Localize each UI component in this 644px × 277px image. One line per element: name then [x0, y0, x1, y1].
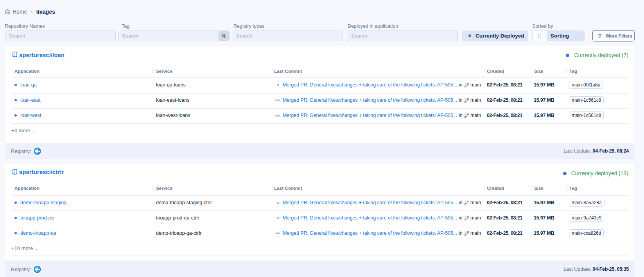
- svg-text:A: A: [540, 34, 541, 36]
- svg-text:z: z: [540, 36, 541, 39]
